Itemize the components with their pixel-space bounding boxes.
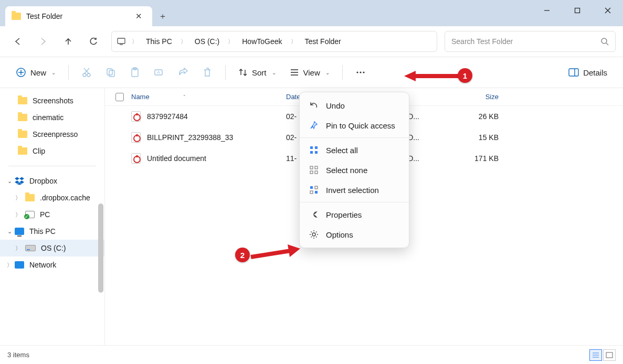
new-button[interactable]: New ⌄ — [10, 62, 61, 82]
folder-icon — [12, 13, 21, 20]
svg-rect-30 — [315, 146, 318, 149]
sort-label: Sort — [252, 68, 267, 77]
search-input[interactable] — [451, 37, 596, 46]
breadcrumb-item[interactable]: OS (C:) — [192, 35, 223, 48]
file-size: 171 KB — [457, 154, 509, 163]
annotation-badge-1: 1 — [458, 68, 472, 83]
svg-rect-4 — [118, 38, 125, 44]
folder-icon — [18, 131, 27, 138]
expand-icon[interactable]: 〉 — [14, 211, 22, 219]
select-all-checkbox[interactable] — [115, 93, 131, 101]
rename-button[interactable]: A — [149, 62, 170, 82]
expand-icon[interactable]: 〉 — [5, 261, 14, 269]
details-view-button[interactable] — [589, 349, 602, 361]
sidebar-item-dropbox-cache[interactable]: 〉.dropbox.cache — [0, 189, 104, 206]
svg-rect-16 — [109, 70, 114, 77]
sidebar-item-pc-synced[interactable]: 〉PC — [0, 206, 104, 223]
options-icon — [309, 230, 319, 239]
tab-title: Test Folder — [26, 12, 126, 20]
svg-rect-31 — [310, 151, 313, 154]
column-name[interactable]: Name˄ — [131, 93, 286, 101]
sidebar-item-clip[interactable]: Clip — [0, 143, 104, 159]
details-pane-icon — [568, 68, 579, 77]
sidebar-item-screenshots[interactable]: Screenshots — [0, 92, 104, 109]
chevron-down-icon: ⌄ — [51, 70, 56, 76]
svg-line-13 — [85, 68, 89, 73]
expand-icon[interactable]: 〉 — [14, 194, 22, 202]
view-button[interactable]: View ⌄ — [284, 62, 335, 82]
collapse-icon[interactable]: ⌄ — [5, 228, 14, 235]
sort-button[interactable]: Sort ⌄ — [233, 62, 281, 82]
maximize-button[interactable] — [562, 0, 593, 21]
view-toggle — [589, 349, 616, 361]
menu-invert-selection[interactable]: Invert selection — [300, 180, 409, 200]
navigation-pane: Screenshots cinematic Screenpresso Clip … — [0, 88, 105, 345]
title-bar: Test Folder ✕ ＋ — [0, 0, 623, 26]
expand-icon[interactable]: 〉 — [14, 244, 22, 252]
new-tab-button[interactable]: ＋ — [152, 6, 173, 26]
file-name: Untitled document — [147, 154, 286, 163]
pc-synced-icon — [25, 211, 35, 218]
menu-options[interactable]: Options — [300, 224, 409, 244]
menu-undo[interactable]: Undo — [300, 95, 409, 115]
more-button[interactable] — [350, 62, 371, 82]
menu-select-all[interactable]: Select all — [300, 140, 409, 160]
svg-line-7 — [606, 43, 608, 45]
refresh-button[interactable] — [83, 31, 104, 52]
sidebar-label: This PC — [29, 227, 56, 235]
window-tab[interactable]: Test Folder ✕ — [5, 6, 152, 26]
breadcrumb-item[interactable]: HowToGeek — [239, 35, 285, 48]
minimize-button[interactable] — [532, 0, 562, 21]
folder-icon — [18, 147, 27, 155]
sidebar-label: Screenshots — [33, 97, 73, 105]
menu-select-none[interactable]: Select none — [300, 160, 409, 180]
sidebar-item-screenpresso[interactable]: Screenpresso — [0, 126, 104, 143]
column-size[interactable]: Size — [457, 93, 509, 101]
collapse-icon[interactable]: ⌄ — [5, 178, 14, 185]
delete-button[interactable] — [197, 62, 218, 82]
pdf-icon — [131, 153, 141, 164]
separator — [225, 65, 226, 80]
cut-button[interactable] — [76, 62, 97, 82]
sidebar-item-network[interactable]: 〉Network — [0, 256, 104, 273]
sidebar-label: PC — [40, 210, 50, 219]
pc-icon — [15, 228, 24, 235]
search-box[interactable] — [445, 31, 616, 52]
sidebar-label: Network — [29, 261, 56, 269]
breadcrumb-item[interactable]: Test Folder — [302, 35, 344, 48]
svg-rect-34 — [315, 166, 318, 169]
paste-button[interactable] — [124, 62, 145, 82]
copy-button[interactable] — [100, 62, 121, 82]
sidebar-label: Screenpresso — [33, 130, 78, 138]
svg-rect-49 — [606, 352, 613, 358]
menu-separator — [300, 137, 409, 138]
copy-icon — [105, 67, 116, 78]
svg-rect-32 — [315, 151, 318, 154]
close-window-button[interactable] — [593, 0, 623, 21]
scrollbar-thumb[interactable] — [98, 204, 103, 293]
separator — [342, 65, 343, 80]
details-pane-button[interactable]: Details — [563, 62, 613, 82]
svg-rect-36 — [315, 171, 318, 174]
menu-properties[interactable]: Properties — [300, 205, 409, 224]
up-button[interactable] — [58, 31, 79, 52]
sidebar-item-cinematic[interactable]: cinematic — [0, 109, 104, 126]
sidebar-item-os-drive[interactable]: 〉OS (C:) — [0, 240, 104, 256]
breadcrumb-item[interactable]: This PC — [143, 35, 175, 48]
chevron-down-icon: ⌄ — [325, 70, 330, 76]
forward-button[interactable] — [33, 31, 54, 52]
menu-pin-quick-access[interactable]: Pin to Quick access — [300, 115, 409, 135]
thumbnails-view-button[interactable] — [603, 349, 616, 361]
sidebar-item-dropbox[interactable]: ⌄Dropbox — [0, 173, 104, 189]
cut-icon — [81, 67, 92, 78]
svg-point-41 — [312, 233, 315, 236]
sidebar-item-this-pc[interactable]: ⌄This PC — [0, 223, 104, 240]
chevron-down-icon: ⌄ — [272, 70, 276, 76]
chevron-right-icon: 〉 — [130, 38, 140, 46]
breadcrumb[interactable]: 〉 This PC 〉 OS (C:) 〉 HowToGeek 〉 Test F… — [111, 31, 437, 52]
back-button[interactable] — [7, 31, 28, 52]
view-label: View — [303, 68, 320, 77]
annotation-arrow-1 — [404, 70, 462, 82]
share-button[interactable] — [173, 62, 194, 82]
tab-close-button[interactable]: ✕ — [131, 9, 146, 24]
